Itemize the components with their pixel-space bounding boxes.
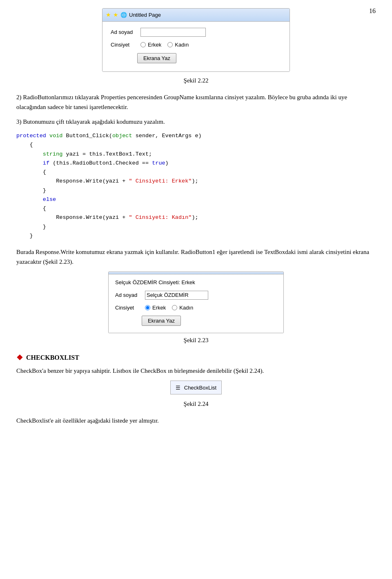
checkboxlist-widget: ☰ CheckBoxList bbox=[170, 381, 222, 394]
label-adsoyad-2: Ad soyad bbox=[115, 291, 142, 299]
paragraph-1: 2) RadioButtonlarımızı tıklayarak Proper… bbox=[16, 92, 376, 112]
browser-title-1: Untitled Page bbox=[129, 11, 161, 19]
button-row-2: Ekrana Yaz bbox=[115, 316, 277, 328]
radio-group-2: Erkek Kadın bbox=[145, 304, 193, 312]
checkboxlist-grid-icon: ☰ bbox=[176, 385, 180, 391]
input-adsoyad-2[interactable] bbox=[145, 291, 208, 300]
code-line-9: { bbox=[16, 204, 376, 213]
code-line-6: Response.Write(yazi + " Cinsiyeti: Erkek… bbox=[16, 177, 376, 186]
figure-label-1: Şekil 2.22 bbox=[16, 76, 376, 85]
page-number: 16 bbox=[369, 6, 376, 16]
form-row-adsoyad: Ad soyad bbox=[111, 28, 281, 37]
code-line-3: string yazi = this.TextBox1.Text; bbox=[16, 150, 376, 159]
section-paragraph-2: CheckBoxlist'e ait özellikler aşağıdaki … bbox=[16, 416, 376, 425]
code-line-5: { bbox=[16, 168, 376, 177]
button-row-1: Ekrana Yaz bbox=[111, 53, 281, 65]
figure-label-3: Şekil 2.24 bbox=[16, 399, 376, 409]
checkboxlist-container: ☰ CheckBoxList bbox=[16, 381, 376, 397]
form-row-cinsiyet: Cinsiyet Erkek Kadın bbox=[111, 41, 281, 49]
code-line-4: if (this.RadioButton1.Checked == true) bbox=[16, 159, 376, 168]
result-body: Selçuk ÖZDEMİR Cinsiyeti: Erkek Ad soyad… bbox=[109, 274, 283, 333]
radio-kadin-1[interactable] bbox=[167, 42, 173, 47]
section-heading: ❖ CHECKBOXLIST bbox=[16, 352, 376, 363]
star-icon-2: ★ bbox=[113, 11, 118, 19]
code-line-1: protected void Button1_Click(object send… bbox=[16, 131, 376, 140]
code-line-2: { bbox=[16, 140, 376, 149]
code-line-12: } bbox=[16, 232, 376, 241]
browser-titlebar-1: ★ ★ 🌐 Untitled Page bbox=[102, 9, 290, 22]
radio-erkek-1[interactable] bbox=[140, 42, 146, 47]
result-output: Selçuk ÖZDEMİR Cinsiyeti: Erkek bbox=[115, 278, 277, 287]
section-title: CHECKBOXLIST bbox=[26, 353, 79, 363]
browser-window-1: ★ ★ 🌐 Untitled Page Ad soyad Cinsiyet Er… bbox=[102, 8, 290, 72]
checkboxlist-label: CheckBoxList bbox=[184, 385, 216, 391]
section-paragraph-1: CheckBox'a benzer bir yapıya sahiptir. L… bbox=[16, 366, 376, 376]
ekrana-yaz-button-1[interactable]: Ekrana Yaz bbox=[137, 53, 176, 63]
radio-erkek-label-2: Erkek bbox=[152, 304, 166, 312]
radio-erkek-label-1: Erkek bbox=[148, 41, 161, 49]
paragraph-3: Burada Response.Write komutumuz ekrana y… bbox=[16, 247, 376, 267]
ekrana-yaz-button-2[interactable]: Ekrana Yaz bbox=[142, 316, 181, 326]
code-line-8: else bbox=[16, 195, 376, 204]
radio-kadin-2[interactable] bbox=[172, 305, 177, 310]
code-line-7: } bbox=[16, 186, 376, 195]
code-block: protected void Button1_Click(object send… bbox=[16, 131, 376, 241]
form-row-cinsiyet-2: Cinsiyet Erkek Kadın bbox=[115, 304, 277, 312]
label-cinsiyet: Cinsiyet bbox=[111, 41, 137, 49]
label-adsoyad: Ad soyad bbox=[111, 28, 137, 36]
browser-body-1: Ad soyad Cinsiyet Erkek Kadın Ekrana Yaz bbox=[102, 22, 290, 71]
radio-kadin-label-2: Kadın bbox=[179, 304, 193, 312]
star-icon-1: ★ bbox=[106, 11, 111, 19]
code-line-10: Response.Write(yazi + " Cinsiyeti: Kadın… bbox=[16, 213, 376, 222]
radio-group-1: Erkek Kadın bbox=[140, 41, 189, 49]
ie-icon: 🌐 bbox=[120, 11, 127, 19]
form-row-adsoyad-2: Ad soyad bbox=[115, 291, 277, 300]
label-cinsiyet-2: Cinsiyet bbox=[115, 304, 142, 312]
radio-kadin-label-1: Kadın bbox=[175, 41, 189, 49]
radio-erkek-2[interactable] bbox=[145, 305, 150, 310]
code-line-11: } bbox=[16, 223, 376, 232]
browser-window-2: Selçuk ÖZDEMİR Cinsiyeti: Erkek Ad soyad… bbox=[108, 272, 284, 333]
figure-label-2: Şekil 2.23 bbox=[16, 336, 376, 345]
paragraph-2: 3) Butonumuzu çift tıklayarak aşağıdaki … bbox=[16, 117, 376, 127]
input-adsoyad[interactable] bbox=[140, 28, 206, 37]
diamond-icon: ❖ bbox=[16, 352, 23, 363]
